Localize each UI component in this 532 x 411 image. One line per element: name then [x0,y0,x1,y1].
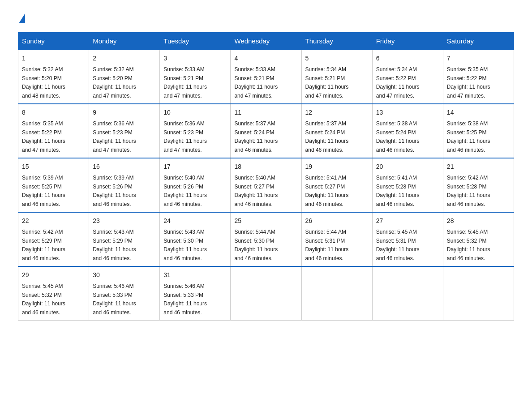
day-number: 26 [305,216,369,226]
calendar-cell: 19 Sunrise: 5:41 AMSunset: 5:27 PMDaylig… [301,158,372,212]
calendar-cell: 27 Sunrise: 5:45 AMSunset: 5:31 PMDaylig… [372,212,443,266]
day-info: Sunrise: 5:42 AMSunset: 5:28 PMDaylight:… [447,175,490,207]
day-number: 8 [22,108,85,117]
day-info: Sunrise: 5:40 AMSunset: 5:26 PMDaylight:… [163,175,207,207]
calendar-cell: 6 Sunrise: 5:34 AMSunset: 5:22 PMDayligh… [372,50,443,104]
day-info: Sunrise: 5:32 AMSunset: 5:20 PMDaylight:… [22,66,65,99]
calendar-cell: 4 Sunrise: 5:33 AMSunset: 5:21 PMDayligh… [231,50,301,104]
day-number: 24 [163,216,227,226]
calendar-cell: 2 Sunrise: 5:32 AMSunset: 5:20 PMDayligh… [89,50,160,104]
calendar-cell: 26 Sunrise: 5:44 AMSunset: 5:31 PMDaylig… [301,212,372,266]
day-number: 7 [447,54,510,63]
calendar-cell: 7 Sunrise: 5:35 AMSunset: 5:22 PMDayligh… [443,50,514,104]
day-number: 15 [22,162,85,171]
week-row-4: 22 Sunrise: 5:42 AMSunset: 5:29 PMDaylig… [18,212,514,266]
day-info: Sunrise: 5:46 AMSunset: 5:33 PMDaylight:… [163,283,207,316]
day-info: Sunrise: 5:43 AMSunset: 5:30 PMDaylight:… [163,229,207,261]
calendar-table: SundayMondayTuesdayWednesdayThursdayFrid… [18,32,514,321]
calendar-cell: 9 Sunrise: 5:36 AMSunset: 5:23 PMDayligh… [89,104,160,158]
day-info: Sunrise: 5:44 AMSunset: 5:31 PMDaylight:… [305,229,349,261]
day-number: 28 [447,216,510,226]
logo-triangle-icon [19,13,25,23]
day-info: Sunrise: 5:40 AMSunset: 5:27 PMDaylight:… [234,175,278,207]
calendar-cell: 17 Sunrise: 5:40 AMSunset: 5:26 PMDaylig… [160,158,231,212]
day-info: Sunrise: 5:44 AMSunset: 5:30 PMDaylight:… [234,229,278,261]
day-info: Sunrise: 5:36 AMSunset: 5:23 PMDaylight:… [93,120,136,153]
day-number: 6 [376,54,439,63]
calendar-cell: 11 Sunrise: 5:37 AMSunset: 5:24 PMDaylig… [231,104,301,158]
day-info: Sunrise: 5:41 AMSunset: 5:28 PMDaylight:… [376,175,420,207]
logo [18,13,26,23]
day-number: 12 [305,108,369,117]
day-number: 22 [22,216,85,226]
column-header-thursday: Thursday [301,33,372,50]
week-row-5: 29 Sunrise: 5:45 AMSunset: 5:32 PMDaylig… [18,266,514,321]
day-info: Sunrise: 5:45 AMSunset: 5:32 PMDaylight:… [22,283,65,316]
calendar-cell [372,266,443,321]
calendar-cell: 31 Sunrise: 5:46 AMSunset: 5:33 PMDaylig… [160,266,231,321]
column-header-tuesday: Tuesday [160,33,231,50]
day-number: 27 [376,216,439,226]
day-info: Sunrise: 5:35 AMSunset: 5:22 PMDaylight:… [447,66,490,99]
day-number: 1 [22,54,85,63]
calendar-cell: 25 Sunrise: 5:44 AMSunset: 5:30 PMDaylig… [231,212,301,266]
day-info: Sunrise: 5:45 AMSunset: 5:31 PMDaylight:… [376,229,420,261]
day-number: 30 [93,270,156,280]
day-info: Sunrise: 5:42 AMSunset: 5:29 PMDaylight:… [22,229,65,261]
calendar-cell: 13 Sunrise: 5:38 AMSunset: 5:24 PMDaylig… [372,104,443,158]
column-header-monday: Monday [89,33,160,50]
day-info: Sunrise: 5:41 AMSunset: 5:27 PMDaylight:… [305,175,349,207]
column-header-wednesday: Wednesday [231,33,301,50]
day-number: 31 [163,270,227,280]
calendar-cell: 18 Sunrise: 5:40 AMSunset: 5:27 PMDaylig… [231,158,301,212]
day-number: 3 [163,54,227,63]
column-header-saturday: Saturday [443,33,514,50]
page-header [18,13,514,23]
day-number: 21 [447,162,510,171]
day-number: 2 [93,54,156,63]
day-info: Sunrise: 5:34 AMSunset: 5:21 PMDaylight:… [305,66,349,99]
header-row: SundayMondayTuesdayWednesdayThursdayFrid… [18,33,514,50]
calendar-cell: 15 Sunrise: 5:39 AMSunset: 5:25 PMDaylig… [18,158,89,212]
day-info: Sunrise: 5:34 AMSunset: 5:22 PMDaylight:… [376,66,420,99]
calendar-cell: 16 Sunrise: 5:39 AMSunset: 5:26 PMDaylig… [89,158,160,212]
column-header-friday: Friday [372,33,443,50]
week-row-1: 1 Sunrise: 5:32 AMSunset: 5:20 PMDayligh… [18,50,514,104]
day-info: Sunrise: 5:37 AMSunset: 5:24 PMDaylight:… [305,120,349,153]
day-number: 19 [305,162,369,171]
calendar-cell: 1 Sunrise: 5:32 AMSunset: 5:20 PMDayligh… [18,50,89,104]
day-info: Sunrise: 5:39 AMSunset: 5:25 PMDaylight:… [22,175,65,207]
day-number: 29 [22,270,85,280]
logo-area [18,13,26,23]
day-number: 20 [376,162,439,171]
day-info: Sunrise: 5:32 AMSunset: 5:20 PMDaylight:… [93,66,136,99]
day-number: 23 [93,216,156,226]
calendar-cell: 30 Sunrise: 5:46 AMSunset: 5:33 PMDaylig… [89,266,160,321]
day-info: Sunrise: 5:43 AMSunset: 5:29 PMDaylight:… [93,229,136,261]
day-number: 9 [93,108,156,117]
day-number: 5 [305,54,369,63]
calendar-cell: 12 Sunrise: 5:37 AMSunset: 5:24 PMDaylig… [301,104,372,158]
calendar-cell: 10 Sunrise: 5:36 AMSunset: 5:23 PMDaylig… [160,104,231,158]
day-number: 13 [376,108,439,117]
calendar-cell [443,266,514,321]
day-number: 16 [93,162,156,171]
day-info: Sunrise: 5:39 AMSunset: 5:26 PMDaylight:… [93,175,136,207]
day-info: Sunrise: 5:37 AMSunset: 5:24 PMDaylight:… [234,120,278,153]
day-number: 14 [447,108,510,117]
calendar-cell: 28 Sunrise: 5:45 AMSunset: 5:32 PMDaylig… [443,212,514,266]
calendar-cell: 21 Sunrise: 5:42 AMSunset: 5:28 PMDaylig… [443,158,514,212]
calendar-cell: 5 Sunrise: 5:34 AMSunset: 5:21 PMDayligh… [301,50,372,104]
calendar-cell [301,266,372,321]
calendar-cell: 29 Sunrise: 5:45 AMSunset: 5:32 PMDaylig… [18,266,89,321]
day-info: Sunrise: 5:38 AMSunset: 5:25 PMDaylight:… [447,120,490,153]
day-number: 25 [234,216,297,226]
day-number: 10 [163,108,227,117]
day-number: 11 [234,108,297,117]
day-info: Sunrise: 5:35 AMSunset: 5:22 PMDaylight:… [22,120,65,153]
calendar-cell: 24 Sunrise: 5:43 AMSunset: 5:30 PMDaylig… [160,212,231,266]
day-number: 4 [234,54,297,63]
day-info: Sunrise: 5:46 AMSunset: 5:33 PMDaylight:… [93,283,136,316]
column-header-sunday: Sunday [18,33,89,50]
calendar-cell: 23 Sunrise: 5:43 AMSunset: 5:29 PMDaylig… [89,212,160,266]
